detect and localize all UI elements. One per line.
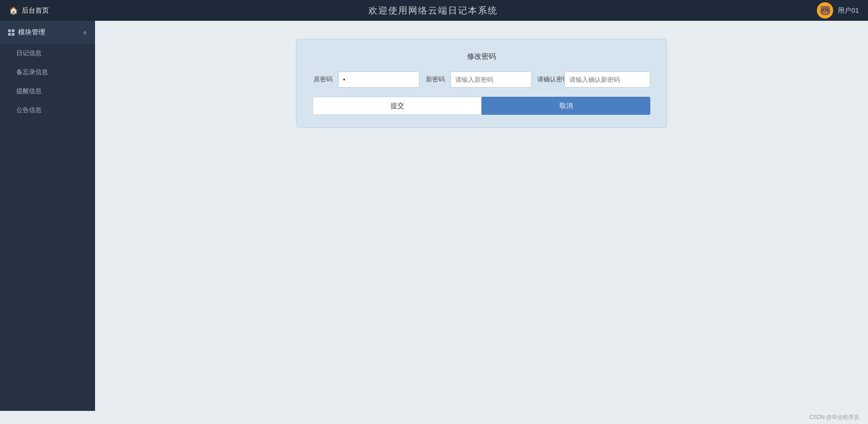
footer: CSDN @毕业程序员 [0, 411, 868, 424]
header-title: 欢迎使用网络云端日记本系统 [368, 5, 498, 17]
top-header: 🏠 后台首页 欢迎使用网络云端日记本系统 🐻 用户01 [0, 0, 868, 21]
user-name[interactable]: 用户01 [838, 6, 859, 15]
sidebar-menu: 日记信息 备忘录信息 提醒信息 公告信息 [0, 44, 95, 120]
change-password-card: 修改密码 原密码 新密码 请确认密码 提交 取消 [296, 39, 667, 128]
old-password-input[interactable] [338, 71, 420, 88]
new-password-input[interactable] [450, 71, 532, 88]
confirm-pwd-label: 请确认密码 [537, 75, 559, 84]
main-layout: 模块管理 ∧ 日记信息 备忘录信息 提醒信息 公告信息 修改密码 原密码 [0, 21, 868, 411]
form-actions: 提交 取消 [313, 97, 650, 115]
submit-button[interactable]: 提交 [313, 97, 482, 115]
user-avatar[interactable]: 🐻 [817, 2, 833, 19]
sidebar-item-reminder[interactable]: 提醒信息 [0, 82, 95, 101]
sidebar-section-label-wrap: 模块管理 [8, 28, 45, 37]
sidebar-item-announcement[interactable]: 公告信息 [0, 101, 95, 120]
old-pwd-label: 原密码 [313, 75, 333, 84]
header-right: 🐻 用户01 [817, 2, 859, 19]
sidebar-section-header[interactable]: 模块管理 ∧ [0, 21, 95, 44]
home-label[interactable]: 后台首页 [22, 6, 49, 15]
grid-icon [8, 29, 14, 36]
home-icon[interactable]: 🏠 [9, 6, 18, 15]
content-area: 修改密码 原密码 新密码 请确认密码 提交 取消 [95, 21, 868, 411]
password-form-row: 原密码 新密码 请确认密码 [313, 71, 650, 88]
cancel-button[interactable]: 取消 [482, 97, 650, 115]
card-title: 修改密码 [313, 52, 650, 61]
chevron-up-icon: ∧ [83, 29, 87, 36]
new-pwd-label: 新密码 [425, 75, 445, 84]
sidebar-section-label: 模块管理 [18, 28, 45, 37]
sidebar: 模块管理 ∧ 日记信息 备忘录信息 提醒信息 公告信息 [0, 21, 95, 411]
footer-text: CSDN @毕业程序员 [809, 414, 859, 420]
sidebar-item-diary[interactable]: 日记信息 [0, 44, 95, 63]
confirm-password-input[interactable] [564, 71, 650, 88]
header-left: 🏠 后台首页 [9, 6, 49, 15]
sidebar-item-memo[interactable]: 备忘录信息 [0, 63, 95, 82]
